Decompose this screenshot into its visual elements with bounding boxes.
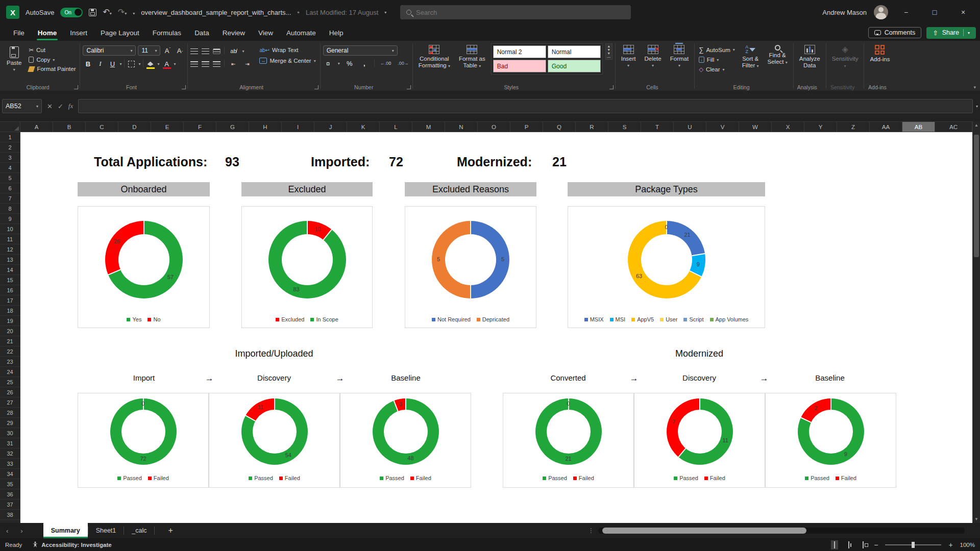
row-header-25[interactable]: 25 bbox=[0, 377, 20, 387]
find-select-button[interactable]: Find &Select ▾ bbox=[765, 43, 791, 67]
zoom-out-button[interactable]: − bbox=[874, 541, 878, 549]
number-format-select[interactable]: General▾ bbox=[323, 45, 398, 56]
scroll-up-icon[interactable]: ▲ bbox=[973, 123, 980, 128]
decrease-decimal-button[interactable]: .00→ bbox=[397, 59, 410, 68]
column-header-N[interactable]: N bbox=[445, 122, 478, 132]
save-icon[interactable] bbox=[89, 9, 96, 16]
avatar[interactable] bbox=[874, 5, 888, 19]
align-center-icon[interactable] bbox=[202, 61, 209, 67]
close-button[interactable]: × bbox=[952, 8, 974, 16]
column-header-L[interactable]: L bbox=[380, 122, 412, 132]
row-header-17[interactable]: 17 bbox=[0, 295, 20, 306]
vertical-scrollbar[interactable]: ▲ ▼ bbox=[972, 121, 980, 523]
cell-style-normal-2[interactable]: Normal 2 bbox=[493, 45, 546, 58]
zoom-slider[interactable] bbox=[885, 544, 941, 545]
comma-style-button[interactable]: , bbox=[359, 59, 370, 68]
format-cells-button[interactable]: Format▾ bbox=[667, 43, 692, 69]
import-chart[interactable]: 720PassedFailed bbox=[78, 393, 209, 488]
row-header-7[interactable]: 7 bbox=[0, 193, 20, 204]
align-middle-icon[interactable] bbox=[202, 48, 209, 54]
sort-filter-button[interactable]: AZ Sort &Filter ▾ bbox=[739, 43, 762, 70]
formula-input[interactable] bbox=[78, 99, 973, 113]
enter-icon[interactable]: ✓ bbox=[58, 103, 63, 110]
cell-style-bad[interactable]: Bad bbox=[493, 60, 546, 72]
orientation-button[interactable]: ab̸ bbox=[228, 46, 238, 56]
zoom-level[interactable]: 100% bbox=[960, 542, 975, 548]
horizontal-scrollbar[interactable] bbox=[598, 528, 965, 534]
scrollbar-grip-icon[interactable]: ⋮ bbox=[588, 527, 594, 534]
row-header-19[interactable]: 19 bbox=[0, 316, 20, 326]
search-input[interactable] bbox=[416, 9, 625, 16]
row-header-30[interactable]: 30 bbox=[0, 428, 20, 438]
styles-gallery-scroll[interactable]: ▲▼▼― bbox=[605, 43, 612, 60]
merge-center-button[interactable]: ↔Merge & Center▾ bbox=[258, 57, 317, 65]
prev-sheet-icon[interactable]: ‹ bbox=[0, 527, 14, 535]
comments-button[interactable]: Comments bbox=[868, 27, 921, 38]
vertical-scroll-thumb[interactable] bbox=[974, 135, 979, 257]
font-dialog-launcher[interactable] bbox=[182, 85, 186, 89]
alignment-dialog-launcher[interactable] bbox=[314, 85, 318, 89]
sheet-tab-summary[interactable]: Summary bbox=[43, 523, 88, 538]
row-header-38[interactable]: 38 bbox=[0, 510, 20, 520]
gallery-down-icon[interactable]: ▼ bbox=[607, 48, 610, 52]
align-bottom-icon[interactable] bbox=[213, 48, 220, 54]
percent-style-button[interactable]: % bbox=[345, 59, 355, 68]
row-header-18[interactable]: 18 bbox=[0, 306, 20, 316]
fill-color-button[interactable] bbox=[145, 59, 156, 69]
increase-indent-icon[interactable]: ⇥ bbox=[242, 59, 252, 69]
package-types-chart[interactable]: 219630MSIXMSIAppV5UserScriptApp Volumes bbox=[568, 206, 765, 328]
redo-icon[interactable]: ↷▾ bbox=[118, 8, 127, 16]
row-header-34[interactable]: 34 bbox=[0, 469, 20, 479]
insert-function-icon[interactable]: fx bbox=[68, 102, 73, 110]
row-header-1[interactable]: 1 bbox=[0, 132, 20, 142]
row-header-36[interactable]: 36 bbox=[0, 489, 20, 499]
page-break-view-button[interactable] bbox=[860, 540, 867, 549]
last-modified[interactable]: Last Modified: 17 August bbox=[306, 9, 378, 16]
row-header-23[interactable]: 23 bbox=[0, 357, 20, 367]
page-layout-view-button[interactable] bbox=[845, 540, 852, 549]
normal-view-button[interactable] bbox=[831, 540, 838, 549]
row-header-10[interactable]: 10 bbox=[0, 224, 20, 234]
column-header-AC[interactable]: AC bbox=[935, 122, 972, 132]
row-header-29[interactable]: 29 bbox=[0, 418, 20, 428]
baseline-modernized-chart[interactable]: 92PassedFailed bbox=[765, 393, 896, 488]
chevron-down-icon[interactable]: ▾ bbox=[384, 10, 386, 15]
analyze-data-button[interactable]: AnalyzeData bbox=[796, 43, 823, 70]
fill-button[interactable]: ↓Fill▾ bbox=[697, 56, 737, 64]
share-button[interactable]: ⇧Share▾ bbox=[926, 27, 976, 39]
autosave-toggle[interactable]: On bbox=[60, 8, 83, 17]
align-top-icon[interactable] bbox=[190, 48, 198, 54]
row-header-16[interactable]: 16 bbox=[0, 285, 20, 295]
menu-tab-insert[interactable]: Insert bbox=[64, 27, 93, 39]
clipboard-dialog-launcher[interactable] bbox=[74, 85, 78, 89]
font-size-select[interactable]: 11▾ bbox=[138, 45, 160, 56]
cell-style-good[interactable]: Good bbox=[548, 60, 601, 72]
column-header-P[interactable]: P bbox=[510, 122, 543, 132]
shrink-font-button[interactable]: Aˇ bbox=[175, 46, 185, 56]
paste-button[interactable]: Paste▾ bbox=[4, 43, 24, 73]
next-sheet-icon[interactable]: › bbox=[14, 527, 29, 535]
row-header-15[interactable]: 15 bbox=[0, 275, 20, 285]
column-header-F[interactable]: F bbox=[184, 122, 216, 132]
scroll-down-icon[interactable]: ▼ bbox=[973, 517, 980, 521]
column-header-U[interactable]: U bbox=[674, 122, 706, 132]
cancel-icon[interactable]: ✕ bbox=[47, 103, 53, 110]
column-header-Z[interactable]: Z bbox=[837, 122, 870, 132]
row-header-33[interactable]: 33 bbox=[0, 459, 20, 469]
column-header-G[interactable]: G bbox=[216, 122, 249, 132]
addins-button[interactable]: Add-ins bbox=[867, 43, 893, 64]
discovery-imported-chart[interactable]: 5411PassedFailed bbox=[209, 393, 340, 488]
select-all-corner[interactable] bbox=[0, 122, 20, 132]
align-left-icon[interactable] bbox=[190, 61, 198, 67]
row-header-9[interactable]: 9 bbox=[0, 214, 20, 224]
onboarded-chart[interactable]: 5726YesNo bbox=[78, 206, 210, 328]
align-right-icon[interactable] bbox=[213, 61, 220, 67]
column-header-S[interactable]: S bbox=[608, 122, 641, 132]
column-header-W[interactable]: W bbox=[739, 122, 772, 132]
delete-cells-button[interactable]: ✕ Delete▾ bbox=[641, 43, 664, 69]
menu-tab-review[interactable]: Review bbox=[216, 27, 251, 39]
excel-app-icon[interactable]: X bbox=[6, 6, 19, 19]
bold-button[interactable]: B bbox=[83, 59, 93, 69]
quick-access-menu-icon[interactable]: ▾ bbox=[133, 8, 135, 16]
column-header-M[interactable]: M bbox=[412, 122, 445, 132]
